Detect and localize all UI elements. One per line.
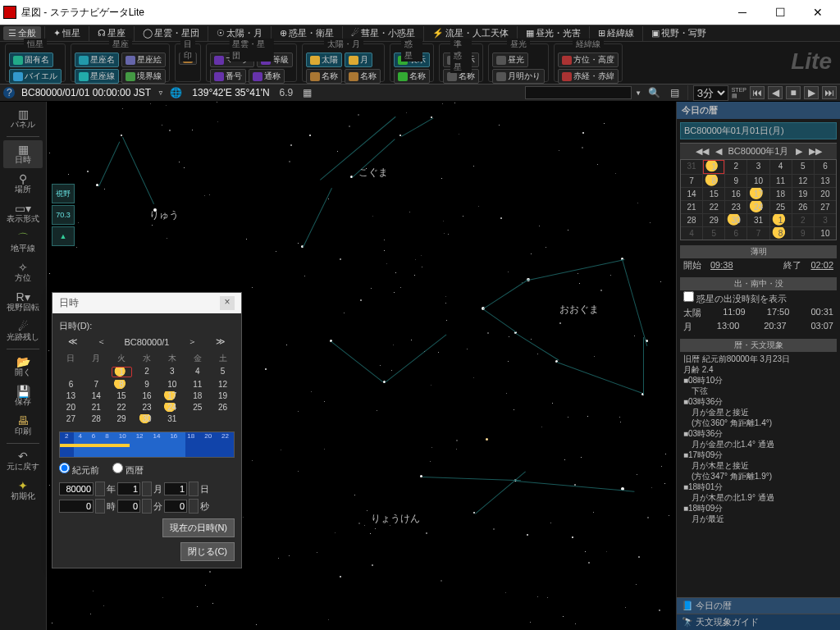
btn-radec[interactable]: 赤経・赤緯 [558, 69, 619, 84]
fov-button[interactable]: 視野 [52, 184, 75, 203]
logo: Lite [791, 48, 832, 75]
titlebar: 星図 - ステラナビゲータLite ─ ☐ ✕ [0, 0, 840, 25]
rp-twilight-title: 薄明 [680, 245, 837, 258]
datetime-dialog: 日時× 日時(D): ≪＜ BC80000/1 ＞≫ 日月火水木金土123456… [52, 292, 242, 568]
radio-bc[interactable]: 紀元前 [59, 463, 99, 477]
inp-month[interactable] [117, 482, 140, 495]
inp-day[interactable] [164, 482, 187, 495]
rp-astro-title: 暦・天文現象 [680, 339, 837, 352]
lbtn-direction[interactable]: ✧方位 [3, 258, 43, 286]
lbtn-undo[interactable]: ↶元に戻す [3, 447, 43, 475]
rp-tab-today[interactable]: 📘 今日の暦 [677, 597, 840, 614]
btn-moonname[interactable]: 名称 [345, 69, 381, 84]
vcr-last[interactable]: ⏭ [822, 86, 837, 99]
status-datetime[interactable]: BC80000/01/01 00:00:00 JST [18, 87, 154, 98]
fov-up[interactable]: ▲ [52, 226, 75, 246]
cal-next[interactable]: ▶ [796, 146, 802, 157]
btn-now[interactable]: 現在の日時(N) [162, 518, 235, 537]
rp-rise-title: 出・南中・没 [680, 277, 837, 290]
list-icon[interactable]: ▤ [667, 87, 682, 98]
help-icon[interactable]: ? [3, 87, 15, 98]
lbtn-open[interactable]: 📂開く [3, 353, 43, 381]
window-title: 星図 - ステラナビゲータLite [21, 6, 724, 20]
inp-min[interactable] [117, 500, 140, 513]
lbtn-init[interactable]: ✦初期化 [3, 477, 43, 504]
rp-planet-chk[interactable]: 惑星の出没時刻を表示 [683, 291, 787, 305]
status-coords[interactable]: 139°42'E 35°41'N [189, 87, 272, 98]
rp-date: BC80000年01月01日(月) [680, 122, 837, 139]
btn-boundary[interactable]: 境界線 [121, 69, 166, 84]
sky-toolbar: 視野 70.3 ▲ [52, 184, 75, 246]
lbtn-place[interactable]: ⚲場所 [3, 170, 43, 198]
cal-next2[interactable]: ▶▶ [809, 146, 822, 157]
dlg-timeline[interactable]: 246810121416182022 [59, 431, 235, 458]
fov-value[interactable]: 70.3 [52, 205, 75, 225]
minimize-button[interactable]: ─ [724, 0, 761, 25]
tab-stars[interactable]: ✦ 恒星 [48, 26, 85, 40]
lbtn-horizon[interactable]: ⌒地平線 [3, 229, 43, 257]
dlg-label: 日時(D): [59, 320, 235, 332]
lbtn-save[interactable]: 💾保存 [3, 382, 43, 410]
close-button[interactable]: ✕ [799, 0, 837, 25]
maximize-button[interactable]: ☐ [761, 0, 799, 25]
btn-propername[interactable]: 固有名 [9, 52, 53, 67]
dlg-title: 日時 [59, 296, 79, 310]
btn-nebnum[interactable]: 番号 [210, 69, 246, 84]
rp-tab-guide[interactable]: 🔭 天文現象ガイド [677, 614, 840, 630]
dlg-prev[interactable]: ＜ [97, 336, 106, 348]
const-ryuu: りゅう [149, 208, 179, 222]
const-koguma: こぐま [358, 166, 388, 180]
dlg-calendar[interactable]: 日月火水木金土123456789101112131415161718192021… [59, 351, 235, 425]
app-icon [3, 6, 16, 19]
btn-constart[interactable]: 星座絵 [121, 52, 166, 67]
rp-calendar[interactable]: 3112345678910111213141516171819202122232… [680, 159, 837, 240]
vcr-stop[interactable]: ■ [786, 86, 801, 99]
vcr-first[interactable]: ⏮ [750, 86, 765, 99]
btn-close[interactable]: 閉じる(C) [180, 542, 235, 561]
btn-moonlight[interactable]: 月明かり [492, 69, 545, 84]
lbtn-panel[interactable]: ▥パネル [3, 105, 43, 133]
status-bar: ? BC80000/01/01 00:00:00 JST▿ 🌐 139°42'E… [0, 84, 840, 102]
btn-daylight[interactable]: 昼光 [492, 52, 528, 67]
lbtn-trail[interactable]: ☄光跡残し [3, 317, 43, 345]
dlg-prev2[interactable]: ≪ [68, 336, 78, 347]
dlg-close-x[interactable]: × [220, 296, 235, 310]
lbtn-display[interactable]: ▭▾表示形式 [3, 199, 43, 227]
btn-altaz[interactable]: 方位・高度 [558, 52, 619, 67]
const-ooguma: おおぐま [559, 303, 599, 317]
btn-sunname[interactable]: 名称 [306, 69, 342, 84]
lbtn-print[interactable]: 🖶印刷 [3, 412, 43, 440]
btn-moon[interactable]: 月 [345, 52, 372, 67]
left-sidebar: ▥パネル ▦日時 ⚲場所 ▭▾表示形式 ⌒地平線 ✧方位 R▾視野回転 ☄光跡残… [0, 102, 47, 630]
globe-icon[interactable]: 🌐 [167, 87, 185, 98]
vcr-prev[interactable]: ◀ [768, 86, 783, 99]
inp-year[interactable] [59, 482, 94, 495]
dlg-next[interactable]: ＞ [188, 336, 197, 348]
inp-sec[interactable] [164, 500, 187, 513]
vcr-next[interactable]: ▶ [804, 86, 819, 99]
toolbar-fieldsets: 恒星 固有名 バイエル 星座 星座名星座絵 星座線境界線 目印 星雲・星団 マー… [0, 41, 840, 84]
cal-prev2[interactable]: ◀◀ [696, 146, 709, 157]
dlg-next2[interactable]: ≫ [216, 336, 226, 347]
radio-ad[interactable]: 西暦 [112, 463, 144, 477]
search-icon[interactable]: 🔍 [645, 87, 664, 98]
lbtn-rotation[interactable]: R▾視野回転 [3, 288, 43, 316]
const-ryouken: りょうけん [371, 512, 420, 526]
search-input[interactable] [525, 86, 632, 99]
step-select[interactable]: 3分 [693, 85, 728, 101]
inp-hour[interactable] [59, 500, 94, 513]
btn-planet-name[interactable]: 名称 [394, 69, 430, 84]
btn-constname[interactable]: 星座名 [75, 52, 119, 67]
btn-sun[interactable]: 太陽 [306, 52, 342, 67]
tab-view[interactable]: ▣ 視野・写野 [646, 26, 711, 40]
btn-nebname[interactable]: 通称 [249, 69, 285, 84]
btn-bayer[interactable]: バイエル [9, 69, 62, 84]
rp-title: 今日の暦 [677, 102, 840, 119]
status-zoom[interactable]: 6.9 [276, 87, 297, 98]
lbtn-datetime[interactable]: ▦日時 [3, 140, 43, 168]
cal-header: ◀◀◀ BC80000年1月 ▶▶▶ [680, 143, 837, 159]
cal-prev[interactable]: ◀ [715, 146, 722, 157]
dlg-month: BC80000/1 [124, 337, 169, 347]
right-panel: 今日の暦 BC80000年01月01日(月) ◀◀◀ BC80000年1月 ▶▶… [676, 102, 840, 630]
btn-constline[interactable]: 星座線 [75, 69, 119, 84]
